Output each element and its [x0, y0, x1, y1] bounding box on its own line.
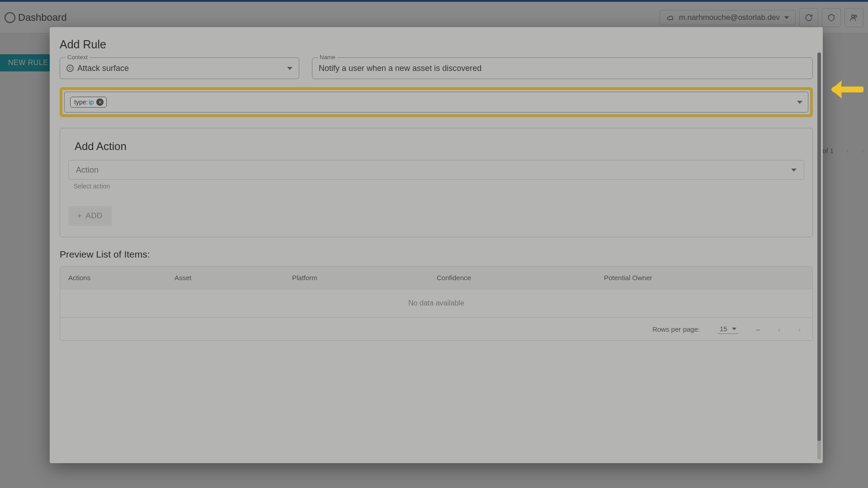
chevron-down-icon [797, 101, 802, 104]
annotation-arrow [827, 71, 863, 108]
action-helper-text: Select action [74, 183, 804, 190]
context-value: Attack surface [66, 64, 129, 73]
filter-select[interactable]: type:ip ✕ [64, 92, 808, 113]
name-field[interactable]: Name [312, 57, 813, 79]
preview-table: Actions Asset Platform Confidence Potent… [60, 266, 813, 341]
col-confidence: Confidence [437, 274, 604, 282]
table-pager: ‹ › [778, 325, 801, 333]
table-empty-state: No data available [60, 289, 812, 318]
rows-per-page-select[interactable]: 15 [718, 324, 738, 334]
context-label: Context [66, 54, 90, 61]
scrollbar-thumb[interactable] [817, 52, 821, 441]
rule-basics-row: Context Attack surface Name [60, 57, 813, 79]
filter-chip-type-ip[interactable]: type:ip ✕ [70, 97, 107, 108]
pager-prev-icon[interactable]: ‹ [778, 325, 780, 333]
col-actions: Actions [68, 274, 175, 282]
col-owner: Potential Owner [604, 274, 804, 282]
rows-per-page-label: Rows per page: [652, 325, 700, 333]
col-platform: Platform [292, 274, 437, 282]
pager-next-icon[interactable]: › [798, 325, 801, 333]
table-header: Actions Asset Platform Confidence Potent… [60, 267, 812, 289]
preview-title: Preview List of Items: [60, 249, 813, 260]
action-select[interactable]: Action [68, 160, 804, 180]
add-rule-modal: Add Rule Context Attack surface Name typ… [50, 27, 823, 463]
target-icon [66, 65, 74, 72]
add-action-card: Add Action Action Select action + ADD [60, 128, 813, 237]
chip-value: ip [89, 99, 94, 106]
add-button-label: ADD [85, 211, 102, 221]
chevron-down-icon [287, 67, 292, 70]
chevron-down-icon [732, 328, 736, 330]
col-asset: Asset [175, 274, 292, 282]
filter-highlight: type:ip ✕ [60, 87, 813, 117]
add-action-title: Add Action [75, 140, 804, 153]
context-select[interactable]: Context Attack surface [60, 57, 299, 79]
range-text: – [756, 325, 760, 333]
chevron-down-icon [791, 169, 797, 172]
add-action-button[interactable]: + ADD [68, 206, 112, 226]
rows-per-page-value: 15 [720, 325, 727, 333]
plus-icon: + [77, 211, 82, 221]
modal-scrollbar[interactable] [817, 52, 821, 460]
table-footer: Rows per page: 15 – ‹ › [60, 318, 812, 340]
chip-key: type: [74, 99, 88, 106]
modal-title: Add Rule [60, 38, 813, 51]
context-value-text: Attack surface [77, 64, 129, 73]
action-placeholder: Action [76, 165, 99, 175]
name-label: Name [318, 54, 337, 61]
chip-remove-icon[interactable]: ✕ [96, 99, 104, 106]
name-input[interactable] [319, 64, 806, 73]
